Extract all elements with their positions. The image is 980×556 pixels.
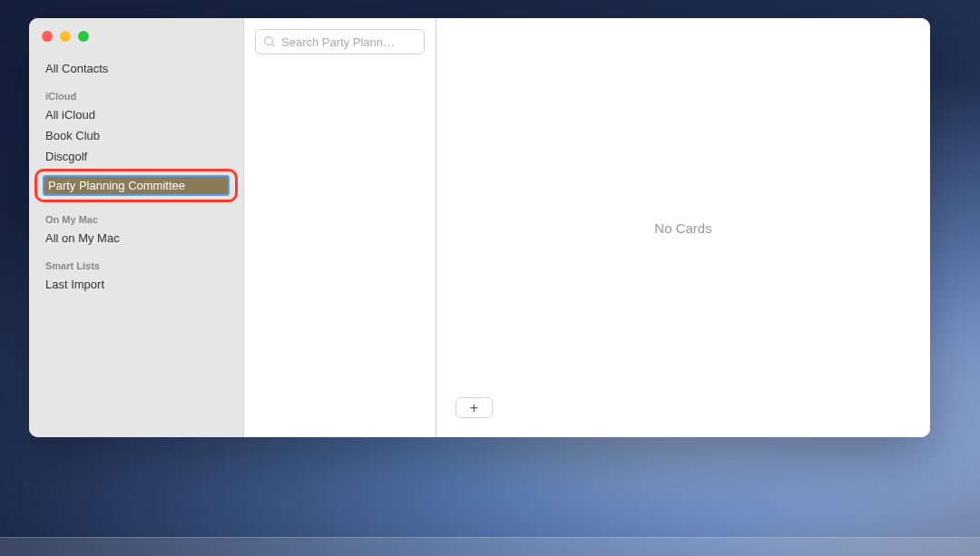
contact-list-panel: [244, 18, 436, 437]
sidebar-header-smart-lists: Smart Lists: [29, 258, 243, 274]
search-icon: [263, 35, 276, 48]
sidebar-item-all-contacts[interactable]: All Contacts: [29, 58, 243, 79]
plus-icon: +: [470, 401, 478, 415]
contacts-window: All Contacts iCloud All iCloud Book Club…: [29, 18, 930, 437]
svg-point-0: [265, 37, 273, 45]
sidebar-item-last-import[interactable]: Last Import: [29, 274, 243, 295]
svg-line-1: [272, 44, 275, 47]
group-name-input[interactable]: [43, 175, 230, 196]
sidebar-item-book-club[interactable]: Book Club: [29, 125, 243, 146]
sidebar: All Contacts iCloud All iCloud Book Club…: [29, 18, 244, 437]
minimize-button[interactable]: [60, 31, 71, 42]
sidebar-item-discgolf[interactable]: Discgolf: [29, 146, 243, 167]
window-controls: [29, 31, 243, 42]
search-box[interactable]: [255, 29, 425, 54]
dock-area: [0, 537, 980, 556]
sidebar-item-editing-highlight: [34, 169, 238, 202]
sidebar-item-all-icloud[interactable]: All iCloud: [29, 104, 243, 125]
sidebar-item-all-on-my-mac[interactable]: All on My Mac: [29, 228, 243, 249]
add-contact-button[interactable]: +: [456, 397, 493, 418]
maximize-button[interactable]: [78, 31, 89, 42]
empty-state-text: No Cards: [654, 220, 711, 236]
search-input[interactable]: [281, 35, 416, 49]
sidebar-header-icloud: iCloud: [29, 88, 243, 104]
sidebar-header-on-my-mac: On My Mac: [29, 211, 243, 228]
close-button[interactable]: [42, 31, 53, 42]
card-detail-panel: No Cards +: [436, 18, 930, 437]
